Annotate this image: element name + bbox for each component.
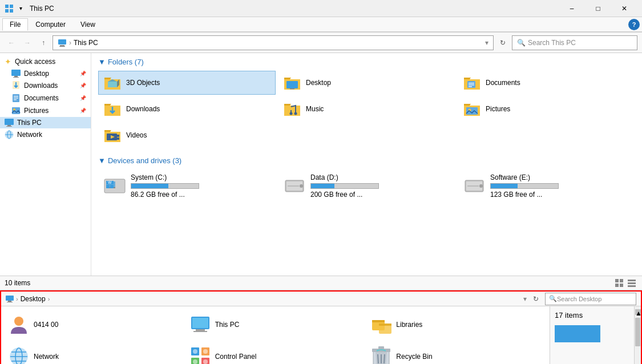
- drive-d-bar-bg: [310, 183, 379, 189]
- control-panel-icon: [190, 346, 211, 364]
- svg-rect-31: [469, 86, 472, 87]
- drive-e-info: Software (E:) 123 GB free of ...: [490, 173, 559, 199]
- folder-item-downloads[interactable]: Downloads: [98, 97, 276, 121]
- desktop-search-box[interactable]: 🔍 Search Desktop: [545, 293, 636, 305]
- svg-rect-26: [286, 81, 298, 88]
- svg-rect-1: [10, 5, 13, 8]
- tab-computer[interactable]: Computer: [28, 18, 73, 31]
- svg-rect-6: [59, 46, 65, 47]
- folder-item-pictures[interactable]: Pictures: [458, 97, 635, 121]
- folder-item-music[interactable]: Music: [278, 97, 455, 121]
- sidebar-quick-access[interactable]: ✦ Quick access: [0, 55, 91, 68]
- drive-item-c[interactable]: W System (C:) 86.2 GB free of ...: [98, 169, 276, 203]
- tab-view[interactable]: View: [73, 18, 103, 31]
- drives-section-header[interactable]: ▼ Devices and drives (3): [98, 156, 635, 165]
- close-button[interactable]: ✕: [611, 0, 637, 17]
- forward-button[interactable]: →: [21, 36, 34, 50]
- folder-item-videos[interactable]: Videos: [98, 123, 276, 147]
- sidebar-pictures-label: Pictures: [24, 107, 49, 115]
- svg-rect-64: [8, 301, 11, 302]
- svg-rect-18: [7, 125, 11, 126]
- address-path[interactable]: › This PC ▾: [53, 35, 494, 50]
- recycle-bin-icon: [371, 346, 391, 364]
- title-bar-title: This PC: [30, 5, 54, 13]
- pin-icon-desktop: 📌: [80, 71, 86, 76]
- folder-item-desktop[interactable]: Desktop: [278, 71, 455, 95]
- maximize-button[interactable]: □: [585, 0, 611, 17]
- folder-item-documents[interactable]: Documents: [458, 71, 635, 95]
- status-bar-top: 10 items: [0, 276, 642, 290]
- title-bar-quick-icon[interactable]: ▾: [16, 4, 25, 13]
- desktop-dropdown-arrow[interactable]: ▾: [523, 295, 527, 303]
- drive-item-d[interactable]: Data (D:) 200 GB free of ...: [278, 169, 455, 203]
- drive-c-free: 86.2 GB free of ...: [131, 191, 199, 199]
- this-pc-desktop-icon: [190, 314, 211, 335]
- svg-point-87: [203, 359, 208, 364]
- pictures-sidebar-icon: [11, 106, 21, 115]
- tab-file[interactable]: File: [2, 18, 28, 31]
- sidebar: ✦ Quick access Desktop 📌 Downloads 📌 Doc…: [0, 53, 91, 276]
- folders-header-text: Folders (7): [108, 58, 144, 66]
- desktop-refresh-btn[interactable]: ↻: [529, 293, 543, 305]
- large-icons-view-btn[interactable]: [613, 277, 625, 289]
- scroll-thumb[interactable]: [635, 318, 640, 346]
- sidebar-item-this-pc[interactable]: This PC: [0, 117, 91, 128]
- desktop-item-this-pc[interactable]: This PC: [185, 309, 366, 341]
- star-icon: ✦: [5, 57, 11, 66]
- desktop-item-recycle-bin[interactable]: Recycle Bin: [366, 341, 547, 364]
- folders-section-header[interactable]: ▼ Folders (7): [98, 58, 635, 66]
- back-button[interactable]: ←: [5, 36, 18, 50]
- folder-music-label: Music: [306, 105, 324, 113]
- refresh-button[interactable]: ↻: [496, 36, 510, 50]
- preview-bar: [555, 325, 600, 342]
- svg-point-54: [479, 184, 483, 188]
- desktop-search-placeholder: Search Desktop: [557, 296, 601, 302]
- svg-rect-63: [6, 296, 14, 301]
- desktop-sidebar-item-count: 17 items: [555, 311, 628, 319]
- search-box[interactable]: 🔍 Search This PC: [512, 35, 637, 50]
- minimize-button[interactable]: –: [559, 0, 585, 17]
- help-icon[interactable]: ?: [628, 19, 640, 30]
- sidebar-item-desktop[interactable]: Desktop 📌: [0, 68, 91, 79]
- sidebar-item-documents[interactable]: Documents 📌: [0, 92, 91, 104]
- sidebar-quick-access-label: Quick access: [15, 58, 55, 66]
- svg-rect-59: [620, 284, 623, 287]
- sidebar-item-downloads[interactable]: Downloads 📌: [0, 79, 91, 92]
- drive-item-e[interactable]: Software (E:) 123 GB free of ...: [458, 169, 635, 203]
- svg-rect-3: [10, 9, 13, 13]
- desktop-item-control-panel[interactable]: Control Panel: [185, 341, 366, 364]
- scrollbar[interactable]: ▲ ▼: [634, 306, 641, 364]
- folders-chevron-icon: ▼: [98, 58, 106, 66]
- network-sidebar-icon: [5, 130, 14, 139]
- svg-rect-57: [620, 279, 623, 282]
- svg-rect-5: [60, 45, 64, 46]
- svg-rect-14: [14, 99, 17, 100]
- svg-rect-2: [5, 9, 9, 13]
- desktop-item-network[interactable]: Network: [3, 341, 185, 364]
- desktop-item-user[interactable]: 0414 00: [3, 309, 185, 341]
- svg-point-66: [14, 317, 23, 326]
- svg-point-85: [203, 349, 208, 354]
- desktop-item-libraries[interactable]: Libraries: [366, 309, 547, 341]
- folder-3d-icon: [103, 75, 122, 91]
- svg-point-33: [294, 112, 297, 115]
- drives-chevron-icon: ▼: [98, 156, 106, 165]
- svg-rect-38: [117, 135, 119, 137]
- svg-rect-62: [628, 285, 636, 287]
- desktop-panel-wrapper: › Desktop › ▾ ↻ 🔍 Search Desktop 0414 00: [0, 290, 642, 364]
- sidebar-item-pictures[interactable]: Pictures 📌: [0, 104, 91, 117]
- address-dropdown-icon[interactable]: ▾: [485, 39, 488, 47]
- drives-grid: W System (C:) 86.2 GB free of ...: [98, 169, 635, 203]
- svg-rect-27: [290, 88, 294, 90]
- sidebar-documents-label: Documents: [24, 94, 59, 102]
- folder-item-3d-objects[interactable]: 3D Objects: [98, 71, 276, 95]
- sidebar-item-network[interactable]: Network: [0, 128, 91, 141]
- svg-rect-45: [106, 185, 110, 188]
- scroll-up-btn[interactable]: ▲: [635, 309, 641, 315]
- folder-docs-icon: [463, 75, 481, 91]
- folder-pictures-label: Pictures: [486, 105, 510, 113]
- up-button[interactable]: ↑: [37, 36, 50, 50]
- details-view-btn[interactable]: [626, 277, 637, 289]
- svg-rect-9: [13, 77, 19, 78]
- desktop-path-chevron: ›: [16, 296, 18, 302]
